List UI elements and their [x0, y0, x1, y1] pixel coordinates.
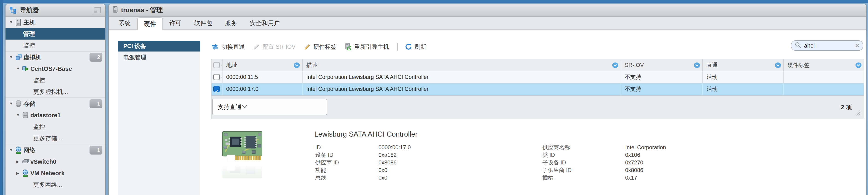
toolbar-button-label: 配置 SR-IOV [262, 43, 296, 51]
toolbar-button[interactable]: 配置 SR-IOV [253, 43, 296, 51]
tab[interactable]: 许可 [163, 17, 188, 29]
row-checkbox[interactable] [213, 74, 220, 80]
count-badge: 1 [90, 146, 102, 155]
tree-item[interactable]: ▼ 主机 [5, 17, 105, 28]
tree-expander-icon[interactable]: ▼ [9, 148, 15, 153]
tree-item[interactable]: 更多网络... [5, 179, 105, 190]
tree-item[interactable]: ▶ vSwitch0 [5, 156, 105, 167]
resize-grip[interactable] [855, 110, 860, 116]
tree-item-icon [15, 147, 24, 154]
tab-label: 软件包 [194, 20, 212, 27]
tree-item-icon [15, 100, 24, 107]
header-cell-sriov[interactable]: SR-IOV [621, 59, 703, 71]
tree-item[interactable]: ▼ 虚拟机 2 [5, 51, 105, 63]
tree-item[interactable]: 监控 [5, 121, 105, 132]
tab[interactable]: 安全和用户 [244, 17, 286, 29]
cell-hwlabel [784, 83, 864, 95]
tree-expander-icon[interactable]: ▼ [9, 20, 15, 25]
detail-field-value: 0000:00:17.0 [378, 144, 411, 151]
tree-item[interactable]: ▼ 存储 1 [5, 98, 105, 109]
toolbar-button[interactable]: 切换直通 [211, 43, 245, 51]
detail-field: 供应商 ID 0x8086 [315, 159, 411, 166]
tree-item[interactable]: ▼ datastore1 [5, 109, 105, 121]
tree-item-label: 管理 [23, 30, 35, 38]
tree-item-label: CentOS7-Base [30, 65, 72, 72]
tree-item[interactable]: 更多存储... [5, 132, 105, 144]
tab[interactable]: 系统 [112, 17, 137, 29]
page-top-border [0, 0, 868, 3]
detail-field-label: 功能 [315, 166, 377, 174]
item-count-label: 2 项 [841, 103, 852, 111]
tab[interactable]: 硬件 [137, 18, 163, 30]
device-detail-title: Lewisburg SATA AHCI Controller [314, 130, 418, 138]
header-cell-description[interactable]: 描述 [303, 59, 621, 71]
table-body: .. 0000:00:11.5 Intel Corporation Lewisb… [212, 71, 864, 95]
table-row[interactable]: .. 0000:00:11.5 Intel Corporation Lewisb… [212, 71, 864, 83]
tree-expander-icon[interactable]: ▼ [16, 113, 22, 118]
cell-address: 0000:00:11.5 [222, 71, 303, 83]
subnav-item-label: PCI 设备 [123, 42, 146, 50]
filter-chevron-icon[interactable] [855, 62, 862, 68]
hardware-subnav: PCI 设备 电源管理 [118, 41, 200, 195]
tree-item[interactable]: ▼ 网络 1 [5, 144, 105, 156]
subnav-item[interactable]: PCI 设备 [118, 41, 200, 52]
count-badge: 2 [90, 53, 102, 62]
toolbar-button[interactable]: 刷新 [397, 43, 426, 51]
unpin-panel-icon[interactable] [94, 7, 101, 13]
tree-item[interactable]: 更多虚拟机... [5, 86, 105, 98]
tree-expander-icon[interactable]: ▼ [9, 55, 15, 60]
tree-expander-icon[interactable]: ▶ [16, 171, 22, 176]
tab[interactable]: 软件包 [188, 17, 219, 29]
pci-devices-table: .. 地址 描述 SR-IOV 直通 [211, 59, 864, 119]
cell-passthrough: 活动 [703, 83, 784, 95]
header-cell-address[interactable]: 地址 [222, 59, 303, 71]
filter-chevron-icon[interactable] [694, 62, 700, 68]
tree-item[interactable]: 监控 [5, 74, 105, 86]
device-detail-fields-right: 供应商名称 Intel Corporation 类 ID 0x106 子设备 I… [542, 143, 666, 182]
subnav-item[interactable]: 电源管理 [118, 52, 200, 63]
tree-expander-icon[interactable]: ▶ [16, 159, 22, 164]
tree-expander-icon[interactable]: ▼ [16, 66, 22, 71]
toolbar-button[interactable]: 重新引导主机 [345, 43, 389, 51]
navigator-titlebar: 导航器 [5, 4, 105, 17]
passthrough-filter-dropdown[interactable]: 支持直通 [212, 99, 327, 115]
tree-item[interactable]: 管理 [5, 28, 105, 39]
tab[interactable]: 服务 [219, 17, 244, 29]
search-input[interactable] [804, 42, 850, 49]
row-checkbox[interactable] [213, 86, 220, 92]
filter-chevron-icon[interactable] [775, 62, 781, 68]
tree-item-label: 更多网络... [33, 181, 62, 189]
search-box[interactable]: × [791, 40, 863, 51]
column-grip: .. [220, 61, 222, 67]
cell-sriov: 不支持 [621, 71, 703, 83]
table-row[interactable]: .. 0000:00:17.0 Intel Corporation Lewisb… [212, 83, 864, 95]
tree-item-icon [22, 169, 30, 177]
filter-chevron-icon[interactable] [612, 62, 618, 68]
tree-item[interactable]: ▶ VM Network [5, 167, 105, 179]
tree-item-label: 主机 [24, 19, 35, 27]
pci-card-reflection [221, 162, 265, 180]
column-grip: .. [220, 83, 222, 94]
detail-field-value: 0x8086 [378, 159, 397, 166]
tree-item-label: 监控 [23, 41, 35, 50]
tree-item[interactable]: 监控 [5, 39, 105, 51]
detail-field-value: 0xa182 [378, 152, 397, 158]
header-cell-hwlabel[interactable]: 硬件标签 [784, 59, 864, 71]
toolbar-button-icon [405, 43, 412, 50]
tab-label: 服务 [225, 20, 237, 27]
select-all-checkbox[interactable] [213, 62, 220, 68]
toolbar-button-label: 刷新 [415, 43, 426, 51]
detail-field-label: 设备 ID [315, 151, 377, 159]
cell-hwlabel [784, 71, 864, 83]
header-cell-passthrough[interactable]: 直通 [703, 59, 784, 71]
detail-field-value: 0x17 [625, 174, 637, 181]
navigator-panel: 导航器 ▼ 主机 管理 监控 [5, 4, 105, 195]
clear-search-icon[interactable]: × [855, 42, 859, 49]
navigator-tree-icon [10, 7, 17, 13]
toolbar-button[interactable]: 硬件标签 [304, 43, 336, 51]
filter-chevron-icon[interactable] [293, 62, 300, 68]
detail-field-label: 总线 [315, 174, 377, 182]
tree-expander-icon[interactable]: ▼ [9, 101, 15, 106]
page-left-border [0, 0, 3, 195]
tree-item[interactable]: ▼ CentOS7-Base [5, 63, 105, 74]
